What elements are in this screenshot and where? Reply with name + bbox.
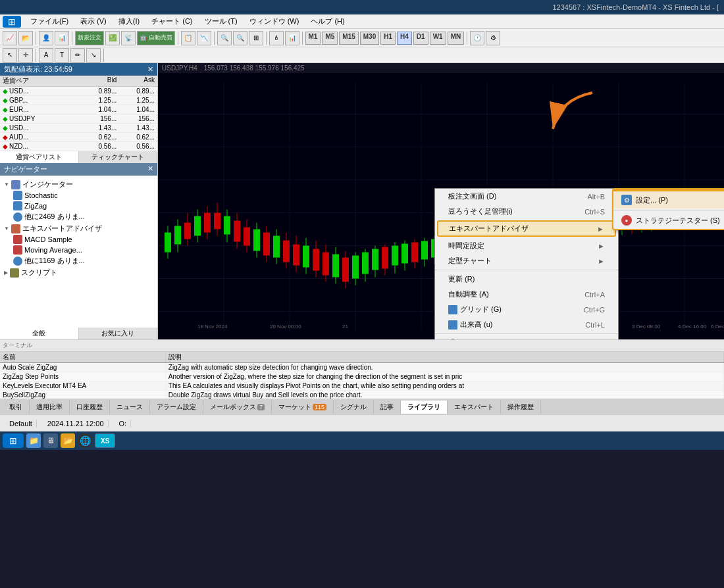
nav-item-zigzag[interactable]: ZigZag [3, 201, 155, 211]
tb-zoom-out[interactable]: 🔍 [233, 31, 247, 45]
menu-tools[interactable]: ツール (T) [199, 15, 243, 28]
table-row[interactable]: ZigZag Step Points Another version of Zi… [0, 372, 724, 381]
btab-ophistory[interactable]: 操作履歴 [501, 401, 541, 414]
btab-ratio[interactable]: 適用比率 [30, 401, 70, 414]
btab-news[interactable]: ニュース [110, 401, 150, 414]
btab-mailbox[interactable]: メールボックス7 [203, 401, 272, 414]
watch-row[interactable]: ◆NZD... 0.56... 0.56... [0, 142, 157, 151]
tb2-draw[interactable]: ✏ [70, 48, 85, 62]
nav-close[interactable]: ✕ [147, 164, 153, 174]
btab-alarm[interactable]: アラーム設定 [150, 401, 203, 414]
tb-indicators[interactable]: 📊 [55, 31, 69, 45]
menu-view[interactable]: 表示 (V) [75, 15, 112, 28]
tf-d1[interactable]: D1 [413, 32, 428, 45]
start-button[interactable]: ⊞ [3, 433, 24, 448]
watch-row[interactable]: ◆USDJPY 156... 156... [0, 114, 157, 124]
menu-chart[interactable]: チャート (C) [146, 15, 197, 28]
watch-tab-tick[interactable]: ティックチャート [79, 151, 158, 163]
tf-m5[interactable]: M5 [322, 32, 338, 45]
tb2-arrow[interactable]: ↘ [86, 48, 101, 62]
ctx-template[interactable]: 定型チャート ► [435, 253, 618, 268]
tb2-text2[interactable]: T [55, 48, 69, 62]
btab-history[interactable]: 口座履歴 [70, 401, 110, 414]
btab-signal[interactable]: シグナル [334, 401, 374, 414]
chart-area[interactable]: 18 Nov 2024 20 Nov 00:00 21 08:00 28 Nov… [158, 73, 724, 339]
ctx-volume[interactable]: 出来高 (u) Ctrl+L [435, 317, 618, 332]
nav-item-more-ea[interactable]: 他に1169 ありま... [3, 255, 155, 266]
tf-m15[interactable]: M15 [339, 32, 358, 45]
tb-order2[interactable]: 💹 [105, 31, 120, 45]
tb-history[interactable]: 📋 [181, 31, 195, 45]
sep6 [302, 32, 303, 45]
tf-h4[interactable]: H4 [397, 32, 412, 45]
nav-item-moving-avg[interactable]: Moving Average... [3, 245, 155, 255]
tb2-crosshair[interactable]: ✛ [18, 48, 33, 62]
taskbar-explorer[interactable]: 📁 [26, 433, 41, 448]
ctx-ea-menu[interactable]: エキスパートアドバイザ ► [437, 220, 616, 237]
watch-row[interactable]: ◆AUD... 0.62... 0.62... [0, 133, 157, 142]
nav-group-indicators-header[interactable]: ▼ インジケーター [3, 179, 155, 190]
nav-tab-favorites[interactable]: お気に入り [79, 328, 158, 339]
watch-row[interactable]: ◆EUR... 1.04... 1.04... [0, 105, 157, 114]
tb2-cursor[interactable]: ↖ [3, 48, 17, 62]
tb-chart-type2[interactable]: 📊 [285, 31, 299, 45]
nav-group-scripts-header[interactable]: ▶ スクリプト [3, 267, 155, 278]
nav-item-more-indicators[interactable]: 他に2469 ありま... [3, 211, 155, 222]
tb-new-order[interactable]: 新規注文 [75, 31, 104, 45]
tb-profiles[interactable]: 👤 [39, 31, 53, 45]
nav-tab-all[interactable]: 全般 [0, 328, 79, 339]
tb-zoom-in[interactable]: 🔍 [217, 31, 232, 45]
ea-strategy-tester-item[interactable]: ● ストラテジーテスター (S) F6 [613, 212, 724, 229]
bottom-panel: ターミナル 名前 説明 Auto Scale ZigZag ZigZag wit… [0, 339, 724, 399]
tb-history2[interactable]: 📉 [197, 31, 211, 45]
tf-m1[interactable]: M1 [305, 32, 321, 45]
ea-settings-item[interactable]: ⚙ 設定... (P) F7 [613, 191, 724, 208]
tb-order3[interactable]: 📡 [121, 31, 136, 45]
btab-trading[interactable]: 取引 [3, 401, 30, 414]
ctx-auto-scale[interactable]: 自動調整 (A) Ctrl+A [435, 287, 618, 302]
menu-file[interactable]: ファイル(F) [25, 15, 74, 28]
ctx-refresh[interactable]: 更新 (R) [435, 272, 618, 287]
tb-auto-trade[interactable]: 🤖 自動売買 [137, 31, 175, 45]
watch-row[interactable]: ◆USD... 1.43... 1.43... [0, 124, 157, 133]
tb-clock[interactable]: 🕐 [470, 31, 484, 45]
taskbar-xs[interactable]: XS [95, 433, 115, 448]
status-extra: O: [115, 420, 132, 428]
ctx-candle-mgmt[interactable]: 豆ろうそく足管理(i) Ctrl+S [435, 204, 618, 219]
nav-item-macd[interactable]: MACD Sample [3, 234, 155, 245]
ctx-order-book[interactable]: 板注文画面 (D) Alt+B [435, 189, 618, 204]
ctx-zoom-in-label: ズームイン (Z) [460, 338, 507, 339]
btab-expert[interactable]: エキスパート [448, 401, 501, 414]
ctx-grid[interactable]: グリッド (G) Ctrl+G [435, 302, 618, 317]
taskbar-item3[interactable]: 📂 [61, 433, 75, 448]
tb-open[interactable]: 📂 [18, 31, 33, 45]
ctx-timeframe[interactable]: 時間定設定 ► [435, 238, 618, 253]
menu-insert[interactable]: 挿入(I) [113, 15, 145, 28]
nav-group-ea-header[interactable]: ▼ エキスパートアドバイザ [3, 223, 155, 234]
tf-mn[interactable]: MN [448, 32, 465, 45]
tf-w1[interactable]: W1 [430, 32, 446, 45]
btab-market[interactable]: マーケット115 [272, 401, 334, 414]
taskbar-chrome[interactable]: 🌐 [78, 433, 92, 448]
table-row[interactable]: KeyLevels Executor MT4 EA This EA calcul… [0, 381, 724, 391]
menu-help[interactable]: ヘルプ (H) [305, 15, 349, 28]
ctx-zoom-in[interactable]: + ズームイン (Z) + [435, 335, 618, 339]
menu-window[interactable]: ウィンドウ (W) [244, 15, 305, 28]
taskbar-item2[interactable]: 🖥 [43, 433, 58, 448]
watch-row[interactable]: ◆GBP... 1.25... 1.25... [0, 96, 157, 105]
btab-library[interactable]: ライブラリ [401, 401, 448, 414]
btab-articles[interactable]: 記事 [374, 401, 401, 414]
watch-tab-pairs[interactable]: 通貨ペアリスト [0, 151, 79, 163]
table-row[interactable]: Auto Scale ZigZag ZigZag with automatic … [0, 363, 724, 372]
watch-row[interactable]: ◆USD... 0.89... 0.89... [0, 87, 157, 96]
tb-settings[interactable]: ⚙ [486, 31, 500, 45]
tb2-text[interactable]: A [39, 48, 53, 62]
table-row[interactable]: BuySellZigZag Double ZigZag draws virtua… [0, 391, 724, 399]
tb-chart-type[interactable]: 🕯 [269, 31, 284, 45]
tb-zoom3[interactable]: ⊞ [249, 31, 263, 45]
tf-h1[interactable]: H1 [380, 32, 396, 45]
tf-m30[interactable]: M30 [360, 32, 379, 45]
watchlist-close[interactable]: ✕ [147, 65, 153, 74]
tb-new-chart[interactable]: 📈 [3, 31, 17, 45]
nav-item-stochastic[interactable]: Stochastic [3, 190, 155, 201]
